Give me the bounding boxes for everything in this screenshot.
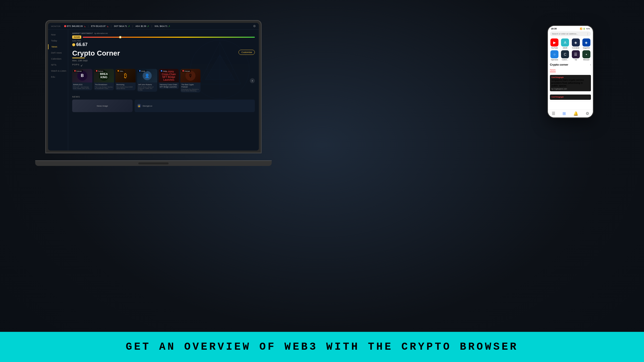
phone-news-item-2[interactable]: CoinTelegraph <box>550 93 591 102</box>
dot-ticker: DOT $414.71 ↗ <box>114 25 130 28</box>
carousel-arrow[interactable]: › <box>250 78 255 83</box>
phone-news-source-1: CoinTelegraph <box>551 76 589 78</box>
pop-card-image-bankless: B Podcast <box>72 69 92 82</box>
app-content: MONITOR BTC $46,682.09 ↘ | ETH <box>48 23 259 151</box>
news-section: NEWS News Image 🔓 Decrypt.co <box>72 96 255 112</box>
phone-url-bar[interactable]: Search or enter an address... ⋮ <box>550 31 591 36</box>
pops-carousel: B Podcast BANKLESS ROLLUP - Jack Dorsey … <box>72 69 255 93</box>
pop-card-bitcoin[interactable]: ₿ Video Bonmzing More Bullish than EVER … <box>115 69 136 93</box>
sep1: | <box>88 25 89 27</box>
btc-arrow: ↘ <box>84 25 86 28</box>
pop-card-harmony[interactable]: Harmony Cross-Chain NFT Bridge Launches … <box>159 69 179 93</box>
phone-app-coinmarketcap[interactable]: C Coinm... <box>560 50 570 61</box>
phone-crypto-title: Crypto corner <box>550 63 568 66</box>
page-title-section: Crypto Corner Mon, 13th Sept Customise <box>72 50 255 62</box>
pop-card-desc-jeff: Woof! What to Make of Dogecoin, SHIB, an… <box>138 86 156 91</box>
phone-section-expand[interactable]: › <box>590 63 591 66</box>
pop-card-title-breakdown: The Breakdown <box>95 83 113 86</box>
phone-news-title-1: Singapore bars crypto service providers … <box>551 79 589 87</box>
phone-app-youtube[interactable]: ▶ YouTube <box>550 38 559 49</box>
pop-card-desc-badcrypto: Everything You Wanted to Know About Reba… <box>181 88 199 92</box>
pop-card-title-bitcoin: Bonmzing <box>116 83 135 86</box>
sol-price: $414.71 <box>160 25 168 27</box>
phone-news-domain-1: by Cryptopanic.com <box>551 88 589 90</box>
ada-arrow: ↗ <box>147 25 149 28</box>
crypto-tickers: BTC $46,682.09 ↘ | ETH $3,415.97 ↘ | <box>64 25 170 28</box>
sidebar-item-defi[interactable]: DeFi news <box>48 50 68 55</box>
phone-url-menu-icon[interactable]: ⋮ <box>586 32 589 35</box>
phone-nav-notifications[interactable]: 🔔 <box>573 111 578 116</box>
sol-name: SOL <box>154 25 159 27</box>
monitor-label: MONITOR <box>51 25 61 27</box>
phone-nav-tabs[interactable]: ☰ <box>552 111 555 116</box>
sidebar-item-today[interactable]: Today <box>48 38 68 43</box>
news-label: NEWS <box>72 96 255 98</box>
sidebar: Now Today News DeFi news Calendars NFTs … <box>48 30 68 151</box>
sentiment-badge: 21/100 <box>72 35 81 39</box>
pop-card-jeff[interactable]: 👤 Article Jeff John Roberts Woof! What t… <box>137 69 157 93</box>
pop-card-inner-jeff: 👤 Article Jeff John Roberts Woof! What t… <box>137 69 157 92</box>
eth-name: ETH <box>91 25 95 27</box>
pop-card-bankless[interactable]: B Podcast BANKLESS ROLLUP - Jack Dorsey … <box>72 69 92 93</box>
phone-app-aave[interactable]: A AAVE <box>560 38 570 49</box>
sidebar-item-news[interactable]: News <box>48 44 68 49</box>
phone-app-sapphire[interactable]: ◈ Sapphire <box>582 38 591 49</box>
phone-app-grid: ▶ YouTube A AAVE ◈ Coindesk ◈ Sapphire <box>548 37 593 62</box>
phone-app-yat[interactable]: ☰ Yat <box>571 50 580 61</box>
title-underline <box>72 58 85 58</box>
sidebar-item-now[interactable]: Now <box>48 32 68 37</box>
phone-crypto-section: Crypto corner › News CoinTelegraph Singa… <box>548 62 593 109</box>
pop-type-harmony: Article <box>160 70 168 72</box>
pop-card-image-badcrypto: 🎙 Podcast <box>180 69 200 82</box>
settings-icon[interactable]: ⚙ <box>253 24 256 28</box>
phone-app-messari[interactable]: ▪ Messari <box>582 50 591 61</box>
phone-status-icons: 📶 🔋 70% <box>580 28 590 30</box>
pop-card-inner-harmony: Harmony Cross-Chain NFT Bridge Launches … <box>159 69 179 89</box>
sentiment-by: by alternative.me <box>94 32 108 34</box>
messari-label: Messari <box>583 59 590 61</box>
sidebar-item-calendars[interactable]: Calendars <box>48 56 68 61</box>
eth-price: $3,415.97 <box>96 25 106 27</box>
opensea-icon: ○ <box>550 50 558 58</box>
phone-nav-home[interactable]: ⊞ <box>562 111 566 116</box>
phone-app-opensea[interactable]: ○ Opensea <box>550 50 559 61</box>
pops-collapse-icon[interactable]: ↙ <box>80 64 83 67</box>
gas-fee-label: GAS FEE <box>72 40 255 42</box>
phone-news-item-1[interactable]: CoinTelegraph Singapore bars crypto serv… <box>550 73 591 93</box>
news-card-large[interactable]: News Image <box>72 100 133 112</box>
pop-card-info-bitcoin: Bonmzing More Bullish than EVER about Bi… <box>115 82 136 90</box>
ada-name: ADA <box>135 25 140 27</box>
laptop-base <box>35 160 272 166</box>
laptop-body: MONITOR BTC $46,682.09 ↘ | ETH <box>45 20 262 153</box>
pop-card-breakdown[interactable]: BREAKING Podcast The Breakdown The Long … <box>94 69 114 93</box>
phone-device: 18:30 📶 🔋 70% Search or enter an address… <box>547 25 594 118</box>
main-layout: Now Today News DeFi news Calendars NFTs … <box>48 30 259 151</box>
sidebar-item-edu[interactable]: Edu <box>48 74 68 79</box>
pop-card-info-badcrypto: The Bad Crypto Podcast Everything You Wa… <box>180 82 200 93</box>
phone-tab-news[interactable]: News <box>550 68 556 72</box>
pop-card-info-jeff: Jeff John Roberts Woof! What to Make of … <box>137 82 157 92</box>
pop-card-badcrypto[interactable]: 🎙 Podcast The Bad Crypto Podcast Everyth… <box>180 69 200 93</box>
monitor-bar: MONITOR BTC $46,682.09 ↘ | ETH <box>48 23 259 30</box>
phone-time: 18:30 <box>551 27 557 30</box>
news-image: News Image <box>72 100 133 112</box>
sentiment-indicator <box>119 36 122 38</box>
messari-icon: ▪ <box>582 50 590 58</box>
dot-price: $414.71 <box>119 25 127 27</box>
pop-card-image-breakdown: BREAKING Podcast <box>94 69 114 82</box>
sidebar-item-nfts[interactable]: NFTs <box>48 62 68 67</box>
sentiment-bar <box>83 37 255 38</box>
sol-arrow: ↗ <box>168 25 170 28</box>
sidebar-item-watch[interactable]: Watch & Listen <box>48 68 68 73</box>
customise-button[interactable]: Customise <box>238 50 255 55</box>
pop-card-desc-bitcoin: More Bullish than EVER about Bitcoin <box>116 86 135 89</box>
coindesk-label: Coindesk <box>572 47 579 49</box>
bottom-banner-text: GET AN OVERVIEW OF WEB3 WITH THE CRYPTO … <box>126 341 518 353</box>
youtube-icon: ▶ <box>550 38 558 47</box>
news-card-decrypt[interactable]: 🔓 Decrypt.co <box>135 100 255 112</box>
phone-app-coindesk[interactable]: ◈ Coindesk <box>571 38 580 49</box>
phone-url-text: Search or enter an address... <box>552 33 578 35</box>
sep2: | <box>111 25 111 27</box>
aave-icon: A <box>561 38 569 47</box>
phone-nav-settings[interactable]: ⚙ <box>586 111 589 116</box>
